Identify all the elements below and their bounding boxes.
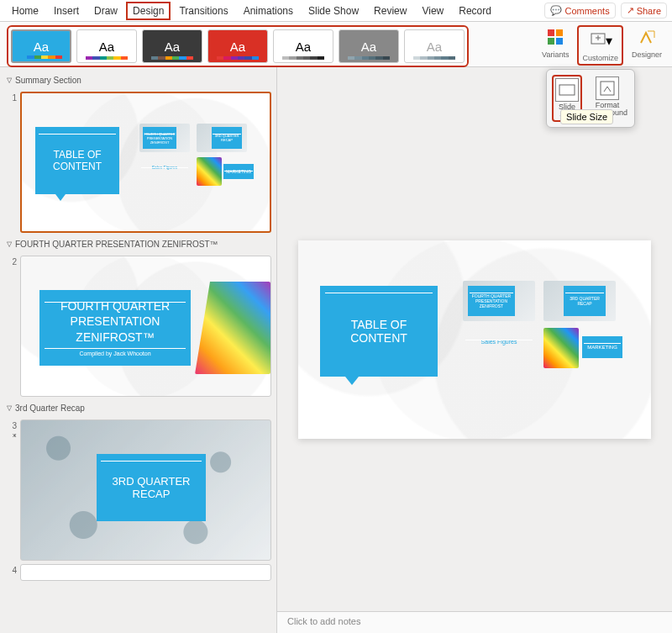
svg-rect-2 <box>548 38 554 45</box>
tab-review[interactable]: Review <box>367 2 413 20</box>
theme-6[interactable]: Aa <box>339 29 399 63</box>
svg-rect-0 <box>548 29 554 36</box>
tab-record[interactable]: Record <box>452 2 498 20</box>
comments-button[interactable]: 💬 Comments <box>544 3 615 18</box>
svg-rect-3 <box>556 38 563 45</box>
slide-size-tooltip: Slide Size <box>560 109 613 124</box>
transition-star-icon: ⁎ <box>13 430 17 439</box>
svg-rect-1 <box>556 29 563 36</box>
slide-thumb-1[interactable]: TABLE OF CONTENT FOURTH QUARTER PRESENTA… <box>20 92 271 233</box>
chevron-down-icon: ▽ <box>7 76 12 84</box>
customize-icon: ▾ <box>589 29 612 52</box>
format-bg-icon <box>596 76 619 100</box>
tab-draw[interactable]: Draw <box>87 2 124 20</box>
tab-animations[interactable]: Animations <box>237 2 300 20</box>
variants-icon <box>543 25 567 49</box>
theme-4[interactable]: Aa <box>207 29 268 63</box>
theme-7[interactable]: Aa <box>404 29 465 63</box>
comment-icon: 💬 <box>550 5 562 16</box>
slide-editor: TABLE OF CONTENT FOURTH QUARTER PRESENTA… <box>277 67 672 633</box>
theme-3[interactable]: Aa <box>142 29 202 63</box>
tab-insert[interactable]: Insert <box>47 2 86 20</box>
share-button[interactable]: ↗ Share <box>621 3 667 18</box>
slide-thumb-4[interactable] <box>20 564 271 581</box>
theme-1[interactable]: Aa <box>11 29 71 63</box>
svg-rect-6 <box>601 82 614 95</box>
section-fourth-quarter[interactable]: ▽FOURTH QUARTER PRESENTATION ZENIFROST™ <box>3 235 273 254</box>
designer-icon <box>635 25 659 49</box>
section-3rd-quarter[interactable]: ▽3rd Quarter Recap <box>3 398 273 418</box>
slide-size-icon <box>555 78 579 102</box>
tab-transitions[interactable]: Transitions <box>172 2 234 20</box>
svg-rect-5 <box>559 85 575 95</box>
slide-canvas[interactable]: TABLE OF CONTENT FOURTH QUARTER PRESENTA… <box>298 240 651 439</box>
slide-panel[interactable]: ▽Summary Section 1 TABLE OF CONTENT FOUR… <box>0 67 277 633</box>
theme-2[interactable]: Aa <box>76 29 137 63</box>
customize-group[interactable]: ▾ Customize <box>577 25 623 66</box>
toc-main-box: TABLE OF CONTENT <box>320 286 438 377</box>
slide-number: 2 <box>5 256 17 266</box>
toc-box: TABLE OF CONTENT <box>35 127 119 194</box>
tab-view[interactable]: View <box>415 2 450 20</box>
section-summary[interactable]: ▽Summary Section <box>3 71 273 90</box>
designer-group[interactable]: Designer <box>628 25 665 59</box>
ribbon-design-panel: Aa Aa Aa Aa Aa Aa Aa Variants ▾ Customiz… <box>0 22 672 67</box>
ribbon-tabs: Home Insert Draw Design Transitions Anim… <box>0 0 672 22</box>
variants-group[interactable]: Variants <box>538 25 572 59</box>
slide-number: 1 <box>5 92 17 103</box>
tab-design[interactable]: Design <box>126 2 171 20</box>
notes-placeholder[interactable]: Click to add notes <box>277 611 672 633</box>
tab-home[interactable]: Home <box>5 2 45 20</box>
recap-box: 3RD QUARTER RECAP <box>97 454 206 521</box>
theme-5[interactable]: Aa <box>273 29 333 63</box>
slide-thumb-3[interactable]: 3RD QUARTER RECAP <box>20 419 271 561</box>
share-icon: ↗ <box>627 5 634 16</box>
slide-number: 4 <box>5 564 17 575</box>
title-box: FOURTH QUARTER PRESENTATION ZENIFROST™ C… <box>39 290 191 366</box>
chevron-down-icon: ▽ <box>7 404 12 412</box>
theme-gallery: Aa Aa Aa Aa Aa Aa Aa <box>7 25 469 67</box>
chevron-down-icon: ▽ <box>7 240 12 248</box>
slide-thumb-2[interactable]: FOURTH QUARTER PRESENTATION ZENIFROST™ C… <box>20 256 271 397</box>
slide-number: 3 <box>12 419 17 430</box>
tab-slideshow[interactable]: Slide Show <box>302 2 365 20</box>
